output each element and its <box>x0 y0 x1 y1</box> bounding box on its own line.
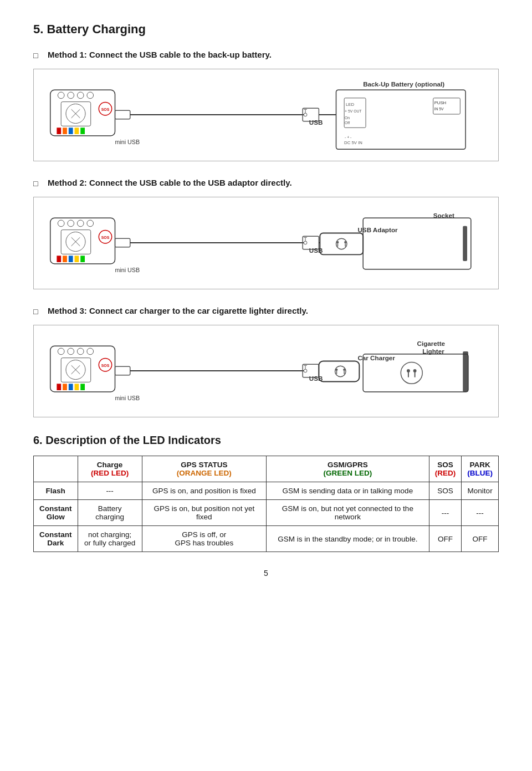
svg-text:LED: LED <box>346 102 354 107</box>
row-label-flash: Flash <box>34 482 78 500</box>
table-row-flash: Flash --- GPS is on, and position is fix… <box>34 482 499 500</box>
svg-point-57 <box>304 241 307 244</box>
bullet-method3: □ <box>33 307 42 316</box>
svg-point-106 <box>401 362 422 384</box>
method3-label: Method 3: Connect car charger to the car… <box>48 306 308 315</box>
table-row-constant-glow: ConstantGlow Battery charging GPS is on,… <box>34 500 499 526</box>
flash-park: Monitor <box>462 482 499 500</box>
row-label-constant-dark: ConstantDark <box>34 526 78 552</box>
svg-rect-87 <box>80 384 85 390</box>
svg-text:PUSH: PUSH <box>434 100 447 105</box>
svg-point-20 <box>304 113 307 116</box>
col-header-charge: Charge (RED LED) <box>78 456 142 482</box>
svg-point-39 <box>68 220 74 227</box>
svg-point-74 <box>68 348 74 355</box>
gps-header-led: (ORANGE LED) <box>148 469 260 477</box>
diagram-method2: SOS mini USB USB USB Adaptor Socket <box>33 197 499 289</box>
charge-header-led: (RED LED) <box>84 469 136 477</box>
sos-header-title: SOS <box>435 461 456 469</box>
glow-charge: Battery charging <box>78 500 142 526</box>
svg-text:Off: Off <box>345 121 350 125</box>
svg-point-102 <box>336 369 338 371</box>
svg-point-68 <box>336 241 339 243</box>
svg-text:+ 5V OUT: + 5V OUT <box>345 109 361 113</box>
svg-point-40 <box>77 220 84 227</box>
glow-sos: --- <box>429 500 462 526</box>
gsm-header-title: GSM/GPRS <box>272 461 423 469</box>
flash-gps: GPS is on, and position is fixed <box>142 482 266 500</box>
svg-rect-89 <box>115 366 130 375</box>
svg-text:mini USB: mini USB <box>115 139 140 145</box>
diagram3-svg: SOS mini USB USB Car Charger Cigarette L… <box>45 334 487 406</box>
col-header-blank <box>34 456 78 482</box>
diagram2-svg: SOS mini USB USB USB Adaptor Socket <box>45 206 487 278</box>
park-header-led: (BLUE) <box>467 469 493 477</box>
flash-sos: SOS <box>429 482 462 500</box>
gsm-header-led: (GREEN LED) <box>272 469 423 477</box>
svg-text:SOS: SOS <box>101 108 110 111</box>
col-header-park: PARK (BLUE) <box>462 456 499 482</box>
svg-rect-64 <box>463 226 467 261</box>
svg-text:Back-Up Battery (optional): Back-Up Battery (optional) <box>363 80 444 88</box>
svg-rect-63 <box>320 233 363 254</box>
dark-gsm: GSM is in the standby mode; or in troubl… <box>266 526 429 552</box>
svg-point-103 <box>343 369 345 371</box>
table-row-constant-dark: ConstantDark not charging;or fully charg… <box>34 526 499 552</box>
col-header-gps: GPS STATUS (ORANGE LED) <box>142 456 266 482</box>
svg-rect-14 <box>75 127 79 134</box>
dark-sos: OFF <box>429 526 462 552</box>
svg-rect-12 <box>63 127 67 134</box>
row-label-constant-glow: ConstantGlow <box>34 500 78 526</box>
svg-rect-13 <box>69 127 73 134</box>
svg-rect-84 <box>63 384 67 390</box>
svg-text:USB: USB <box>309 119 323 126</box>
diagram-method3: SOS mini USB USB Car Charger Cigarette L… <box>33 325 499 417</box>
svg-point-38 <box>58 220 64 227</box>
glow-park: --- <box>462 500 499 526</box>
method1-label: Method 1: Connect the USB cable to the b… <box>48 50 272 59</box>
svg-text:Lighter: Lighter <box>422 348 444 355</box>
svg-text:Cigarette: Cigarette <box>417 340 445 347</box>
svg-point-1 <box>58 92 64 99</box>
svg-text:On: On <box>345 116 350 120</box>
dark-gps: GPS is off, orGPS has troubles <box>142 526 266 552</box>
svg-rect-86 <box>75 384 79 390</box>
method2-label: Method 2: Connect the USB cable to the U… <box>48 178 292 187</box>
svg-point-108 <box>413 369 417 372</box>
svg-text:- + -: - + - <box>345 135 351 139</box>
svg-point-107 <box>407 369 410 372</box>
bullet-method1: □ <box>33 51 42 60</box>
svg-text:SOS: SOS <box>101 236 110 239</box>
section5-title: 5. Battery Charging <box>33 22 499 37</box>
svg-rect-51 <box>75 256 79 262</box>
charge-header-title: Charge <box>84 461 136 469</box>
sos-header-led: (RED) <box>435 469 456 477</box>
glow-gps: GPS is on, but position not yet fixed <box>142 500 266 526</box>
svg-point-41 <box>87 220 94 227</box>
park-header-title: PARK <box>467 461 493 469</box>
flash-charge: --- <box>78 482 142 500</box>
svg-rect-54 <box>115 238 130 247</box>
col-header-sos: SOS (RED) <box>429 456 462 482</box>
svg-text:IN 5V: IN 5V <box>434 107 444 111</box>
svg-rect-17 <box>115 110 130 119</box>
section6-title: 6. Description of the LED Indicators <box>33 434 499 447</box>
col-header-gsm: GSM/GPRS (GREEN LED) <box>266 456 429 482</box>
svg-rect-83 <box>57 384 61 390</box>
svg-text:DC 5V IN: DC 5V IN <box>344 140 362 145</box>
svg-text:USB Adaptor: USB Adaptor <box>357 226 398 233</box>
svg-rect-49 <box>63 256 67 262</box>
svg-rect-98 <box>319 361 359 381</box>
svg-rect-52 <box>80 256 85 262</box>
svg-rect-48 <box>57 256 61 262</box>
svg-text:mini USB: mini USB <box>115 395 140 401</box>
diagram-method1: SOS mini USB USB Back-Up Battery (option… <box>33 69 499 161</box>
svg-rect-15 <box>80 127 85 134</box>
svg-point-91 <box>304 369 307 372</box>
gps-header-title: GPS STATUS <box>148 461 260 469</box>
dark-charge: not charging;or fully charged <box>78 526 142 552</box>
svg-rect-99 <box>463 351 468 392</box>
flash-gsm: GSM is sending data or in talking mode <box>266 482 429 500</box>
dark-park: OFF <box>462 526 499 552</box>
diagram1-svg: SOS mini USB USB Back-Up Battery (option… <box>45 78 487 150</box>
